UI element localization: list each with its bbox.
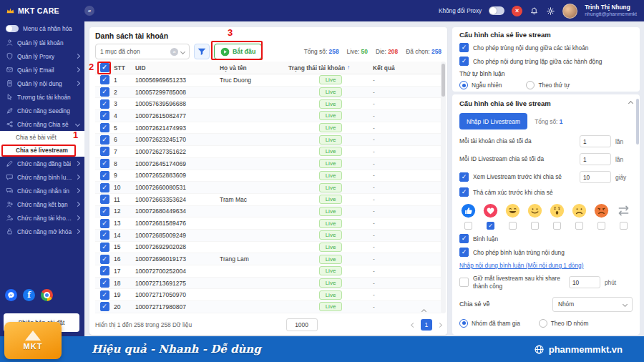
like-reaction-checkbox[interactable] [464, 222, 472, 230]
column-result[interactable]: Kết quả [373, 64, 441, 72]
limit-input[interactable] [580, 135, 611, 147]
start-button[interactable]: Bắt đầu [214, 44, 262, 59]
table-row[interactable]: 2100057299785008Live- [95, 87, 441, 99]
current-page[interactable]: 1 [421, 319, 432, 331]
limit-input[interactable] [580, 153, 611, 165]
table-row[interactable]: 11100072663353624Tram MacLive- [95, 194, 441, 206]
table-row[interactable]: 4100072615082477Live- [95, 110, 441, 122]
shuffle-reaction-icon[interactable] [616, 203, 631, 218]
row-checkbox[interactable] [100, 75, 109, 84]
sidebar-item-email[interactable]: Quản lý Email [0, 63, 84, 77]
share-to-select[interactable]: Nhóm [552, 297, 633, 312]
table-row[interactable]: 18100072713691275Live- [95, 278, 441, 290]
yay-reaction-checkbox[interactable] [531, 222, 539, 230]
share-target-option-by-group-id[interactable]: Theo ID nhóm [539, 319, 589, 328]
haha-reaction-checkbox[interactable] [509, 222, 517, 230]
user-info[interactable]: Trịnh Thị Nhung nhungtt@phanmemmkt [585, 4, 637, 17]
option-dup-content-actions[interactable]: Cho phép nội dung trùng lặp giữa các hàn… [459, 57, 633, 66]
sidebar-item-proxy[interactable]: Quản lý Proxy [0, 49, 84, 63]
wow-reaction-icon[interactable] [550, 203, 565, 218]
row-checkbox[interactable] [100, 195, 109, 204]
messenger-icon[interactable] [5, 289, 17, 301]
sort-asc-icon[interactable]: ↑ [347, 64, 350, 71]
table-row[interactable]: 8100072645174069Live- [95, 158, 441, 170]
row-checkbox[interactable] [100, 111, 109, 120]
sidebar-item-personalize[interactable]: Menu cá nhân hóa [0, 21, 84, 36]
sidebar-item-comment[interactable]: Chức năng bình luận [0, 170, 84, 184]
column-status[interactable]: Trạng thái tài khoản [288, 64, 345, 72]
table-row[interactable]: 16100072696019173Trang LamLive- [95, 253, 441, 265]
sad-reaction-checkbox[interactable] [575, 222, 583, 230]
react-before-checkbox[interactable] [459, 187, 469, 197]
wow-reaction-checkbox[interactable] [553, 222, 561, 230]
share-target-option-joined-groups[interactable]: Nhóm đã tham gia [459, 319, 520, 328]
dup-content-accounts-checkbox[interactable] [459, 43, 469, 52]
clear-selection-icon[interactable]: × [170, 48, 178, 56]
table-row[interactable]: 14100072685009249Live- [95, 230, 441, 242]
sidebar-item-message[interactable]: Chức năng nhắn tin [0, 184, 84, 197]
comment-checkbox[interactable] [459, 234, 469, 243]
row-checkbox[interactable] [100, 302, 109, 311]
prev-page-icon[interactable] [411, 322, 416, 327]
sidebar-item-content[interactable]: Quản lý nội dung [0, 77, 84, 90]
column-stt[interactable]: STT [114, 64, 135, 72]
table-row[interactable]: 10100072660080531Live- [95, 182, 441, 194]
comment-dup-row[interactable]: Cho phép bình luận trùng nội dung [459, 248, 633, 257]
shuffle-reaction-checkbox[interactable] [620, 222, 628, 230]
table-row[interactable]: 7100072627351622Live- [95, 146, 441, 158]
keep-minutes-input[interactable] [569, 276, 600, 288]
table-row[interactable]: 3100057639596688Live- [95, 98, 441, 110]
sidebar-item-accounts[interactable]: Quản lý tài khoản [0, 36, 84, 49]
column-uid[interactable]: UID [135, 64, 220, 72]
row-checkbox[interactable] [100, 207, 109, 216]
scrollbar-thumb[interactable] [441, 64, 445, 97]
table-row[interactable]: 17100072700252004Live- [95, 265, 441, 278]
dup-content-actions-checkbox[interactable] [459, 57, 469, 66]
proxy-toggle[interactable] [489, 6, 504, 15]
personalize-toggle[interactable] [6, 25, 19, 32]
chrome-icon[interactable] [41, 289, 53, 301]
order-option-sequential[interactable]: Theo thứ tự [526, 81, 570, 89]
angry-reaction-checkbox[interactable] [597, 222, 605, 230]
table-row[interactable]: 13100072681589476Live- [95, 217, 441, 230]
row-checkbox[interactable] [100, 278, 109, 288]
table-row[interactable]: 1100056969651233Truc DuongLive- [95, 74, 441, 87]
watch-seconds-input[interactable] [580, 171, 611, 183]
sidebar-item-seeding[interactable]: Chức năng Seeding [0, 104, 84, 117]
sidebar-item-share[interactable]: Chức năng Chia sẻ [0, 117, 84, 131]
watch-before-checkbox[interactable] [459, 172, 469, 182]
react-before-row[interactable]: Thả cảm xúc trước khi chia sẻ [459, 187, 633, 197]
column-name[interactable]: Họ và tên [220, 64, 288, 72]
comment-row[interactable]: Bình luận [459, 234, 633, 243]
row-checkbox[interactable] [100, 159, 109, 168]
row-checkbox[interactable] [100, 135, 109, 145]
row-checkbox[interactable] [100, 171, 109, 180]
angry-reaction-icon[interactable] [594, 203, 609, 218]
filter-button[interactable] [194, 44, 210, 59]
sidebar-collapse-button[interactable]: « [84, 6, 94, 16]
row-checkbox[interactable] [100, 243, 109, 252]
keep-watch-checkbox[interactable] [459, 278, 469, 287]
row-checkbox[interactable] [100, 123, 109, 132]
table-row[interactable]: 20100072717980807Live- [95, 301, 441, 313]
select-all-checkbox[interactable] [100, 63, 109, 72]
row-checkbox[interactable] [100, 230, 109, 240]
selection-dropdown[interactable]: 1 mục đã chọn × [95, 44, 190, 59]
row-checkbox[interactable] [100, 219, 109, 228]
avatar[interactable] [562, 4, 577, 19]
table-row[interactable]: 9100072652883609Live- [95, 170, 441, 182]
table-row[interactable]: 12100072680449634Live- [95, 206, 441, 218]
row-checkbox[interactable] [100, 255, 109, 264]
row-checkbox[interactable] [100, 99, 109, 109]
option-dup-content-accounts[interactable]: Cho phép trùng nội dung giữa các tài kho… [459, 43, 633, 52]
love-reaction-checkbox[interactable] [487, 222, 494, 230]
comment-dup-checkbox[interactable] [459, 248, 469, 257]
import-livestream-id-button[interactable]: Nhập ID Livestream [459, 113, 527, 129]
haha-reaction-icon[interactable] [505, 203, 520, 218]
sidebar-item-interact[interactable]: Tương tác tài khoản [0, 90, 84, 104]
love-reaction-icon[interactable] [483, 203, 498, 218]
row-checkbox[interactable] [100, 290, 109, 300]
sidebar-item-friend[interactable]: Chức năng kết bạn [0, 197, 84, 211]
scroll-top-button[interactable] [419, 306, 429, 316]
sad-reaction-icon[interactable] [572, 203, 587, 218]
